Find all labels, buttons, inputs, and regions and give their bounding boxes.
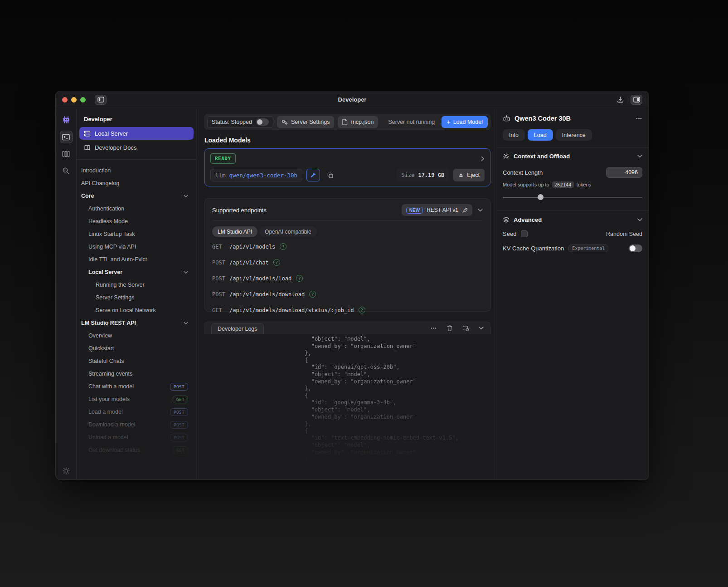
kv-cache-toggle[interactable] [629, 245, 642, 252]
rocket-icon [462, 207, 468, 213]
sidebar-item-load-a-model[interactable]: Load a modelPOST [79, 406, 194, 418]
sidebar-item-list-your-models[interactable]: List your modelsGET [79, 393, 194, 406]
rest-api-version-pill[interactable]: NEW REST API v1 [402, 204, 472, 216]
sidebar-item-label: Introduction [81, 167, 111, 174]
developer-logs-body[interactable]: "object": "model", "owned_by": "organiza… [204, 334, 490, 479]
sidebar-item-unload-a-model[interactable]: Unload a modelPOST [79, 431, 194, 444]
sidebar-item-local-server[interactable]: Local Server [79, 266, 194, 279]
window-title: Developer [56, 96, 649, 103]
toggle-right-sidebar-button[interactable] [631, 95, 642, 105]
sidebar-item-lm-studio-rest-api[interactable]: LM Studio REST API [79, 317, 194, 329]
context-collapse-button[interactable] [637, 155, 642, 158]
sidebar-item-api-changelog[interactable]: API Changelog [79, 177, 194, 190]
sidebar-item-using-mcp-via-api[interactable]: Using MCP via API [79, 240, 194, 253]
sidebar-item-running-the-server[interactable]: Running the Server [79, 279, 194, 291]
context-length-slider[interactable] [503, 194, 642, 201]
tab-openai-compatible[interactable]: OpenAI-compatible [259, 226, 317, 237]
http-method-badge: POST [170, 434, 188, 441]
rail-developer-button[interactable] [60, 131, 73, 143]
clear-logs-button[interactable] [447, 325, 453, 332]
sidebar-item-quickstart[interactable]: Quickstart [79, 342, 194, 355]
developer-logs-tab[interactable]: Developer Logs [211, 323, 264, 334]
help-icon[interactable]: ? [273, 259, 280, 266]
tab-inference[interactable]: Inference [556, 129, 592, 141]
rail-chat-button[interactable] [60, 114, 73, 127]
advanced-collapse-button[interactable] [637, 218, 642, 221]
tab-info[interactable]: Info [503, 129, 525, 141]
sidebar-item-introduction[interactable]: Introduction [79, 164, 194, 177]
sidebar-item-overview[interactable]: Overview [79, 329, 194, 342]
log-options-button[interactable] [430, 325, 437, 332]
rail-discover-button[interactable] [60, 164, 73, 177]
collapse-logs-button[interactable] [479, 327, 484, 330]
endpoint-path: /api/v1/models/download [229, 291, 305, 298]
server-icon [84, 130, 91, 137]
load-model-button[interactable]: + Load Model [442, 116, 488, 128]
mcp-json-button[interactable]: mcp.json [338, 116, 378, 128]
sidebar-title: Developer [77, 112, 196, 127]
rail-settings-button[interactable] [56, 467, 76, 475]
sidebar-item-developer-docs[interactable]: Developer Docs [79, 141, 194, 154]
chevron-down-icon[interactable] [184, 195, 188, 198]
size-value: 17.19 GB [418, 172, 444, 178]
slider-thumb[interactable] [538, 194, 544, 200]
sidebar-item-label: Chat with a model [88, 383, 134, 390]
server-settings-button[interactable]: Server Settings [277, 116, 334, 128]
downloads-button[interactable] [616, 96, 624, 103]
sidebar-item-authentication[interactable]: Authentication [79, 202, 194, 215]
sidebar-item-serve-on-local-network[interactable]: Serve on Local Network [79, 304, 194, 317]
help-icon[interactable]: ? [359, 307, 365, 313]
size-label: Size [402, 172, 415, 178]
endpoint-path: /api/v1/models [229, 244, 275, 250]
seed-label: Seed [503, 230, 516, 237]
chevron-right-icon[interactable] [481, 156, 485, 161]
rail-my-models-button[interactable] [60, 147, 73, 160]
max-tokens-chip[interactable]: 262144 [552, 181, 574, 188]
context-length-input[interactable]: 4096 [606, 167, 642, 178]
developer-logs-header: Developer Logs [204, 322, 490, 334]
sidebar-item-label: Download a model [88, 421, 136, 428]
sidebar-item-headless-mode[interactable]: Headless Mode [79, 215, 194, 228]
tools-button[interactable] [306, 169, 320, 181]
tab-lm-studio-api[interactable]: LM Studio API [212, 226, 257, 237]
sidebar-item-local-server[interactable]: Local Server [79, 127, 194, 140]
tab-load[interactable]: Load [528, 129, 553, 141]
model-identifier-pill[interactable]: llm qwen/qwen3-coder-30b [210, 169, 302, 181]
sidebar-item-linux-startup-task[interactable]: Linux Startup Task [79, 228, 194, 240]
endpoint-row: POST/api/v1/models/download? [212, 286, 483, 302]
help-icon[interactable]: ? [280, 243, 286, 250]
sidebar-item-download-a-model[interactable]: Download a modelPOST [79, 418, 194, 431]
help-icon[interactable]: ? [309, 291, 316, 298]
endpoints-collapse-button[interactable] [478, 209, 483, 212]
model-menu-button[interactable] [636, 115, 642, 122]
chevron-down-icon[interactable] [184, 271, 188, 274]
chevron-down-icon[interactable] [184, 322, 188, 325]
loaded-model-card[interactable]: READY llm qwen/qwen3-coder-30b [204, 148, 490, 186]
server-toggle[interactable] [256, 118, 269, 126]
endpoint-path: /api/v1/chat [229, 259, 269, 266]
endpoint-row: POST/api/v1/models/load? [212, 270, 483, 286]
sidebar-item-label: Core [81, 193, 94, 199]
download-icon [616, 96, 624, 103]
seed-checkbox[interactable] [521, 230, 528, 237]
endpoint-method: POST [212, 259, 229, 266]
endpoint-row: GET/api/v1/models? [212, 239, 483, 254]
open-logs-window-button[interactable] [462, 325, 469, 332]
sidebar-item-idle-ttl-and-auto-evict[interactable]: Idle TTL and Auto-Evict [79, 253, 194, 266]
sidebar-item-label: Running the Server [96, 282, 145, 288]
sidebar-item-label: Get download status [88, 447, 140, 453]
sidebar-item-core[interactable]: Core [79, 190, 194, 202]
sidebar-item-label: Idle TTL and Auto-Evict [88, 256, 147, 263]
sidebar-item-server-settings[interactable]: Server Settings [79, 291, 194, 304]
sidebar-item-stateful-chats[interactable]: Stateful Chats [79, 355, 194, 367]
sidebar-item-chat-with-a-model[interactable]: Chat with a modelPOST [79, 380, 194, 393]
sidebar-item-streaming-events[interactable]: Streaming events [79, 367, 194, 380]
copy-button[interactable] [324, 169, 336, 181]
advanced-section: Advanced Seed Random Seed KV Cache Quant… [496, 210, 649, 252]
eject-button[interactable]: Eject [453, 169, 485, 181]
help-icon[interactable]: ? [296, 275, 303, 282]
sidebar-item-get-download-status[interactable]: Get download statusGET [79, 444, 194, 456]
sidebar-item-label: Stateful Chats [88, 358, 124, 364]
columns-icon [62, 150, 70, 158]
server-toggle-knob [257, 119, 262, 125]
